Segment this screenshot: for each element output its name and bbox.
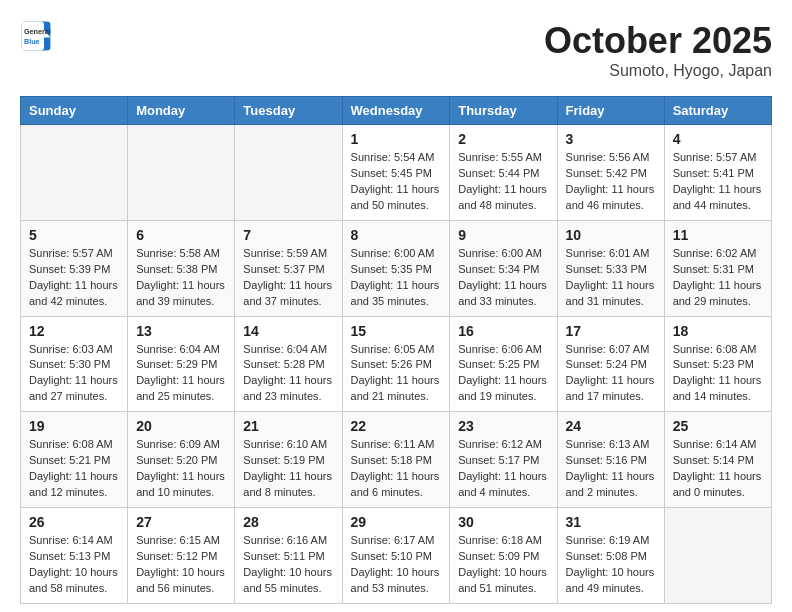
calendar-cell: 6Sunrise: 5:58 AM Sunset: 5:38 PM Daylig… xyxy=(128,220,235,316)
day-number: 17 xyxy=(566,323,656,339)
day-info: Sunrise: 6:07 AM Sunset: 5:24 PM Dayligh… xyxy=(566,342,656,406)
day-info: Sunrise: 5:59 AM Sunset: 5:37 PM Dayligh… xyxy=(243,246,333,310)
day-number: 12 xyxy=(29,323,119,339)
weekday-header-wednesday: Wednesday xyxy=(342,97,450,125)
day-info: Sunrise: 5:54 AM Sunset: 5:45 PM Dayligh… xyxy=(351,150,442,214)
day-number: 31 xyxy=(566,514,656,530)
weekday-header-monday: Monday xyxy=(128,97,235,125)
day-info: Sunrise: 5:57 AM Sunset: 5:41 PM Dayligh… xyxy=(673,150,763,214)
calendar-cell: 8Sunrise: 6:00 AM Sunset: 5:35 PM Daylig… xyxy=(342,220,450,316)
day-number: 4 xyxy=(673,131,763,147)
day-number: 21 xyxy=(243,418,333,434)
weekday-header-saturday: Saturday xyxy=(664,97,771,125)
day-number: 27 xyxy=(136,514,226,530)
day-info: Sunrise: 6:12 AM Sunset: 5:17 PM Dayligh… xyxy=(458,437,548,501)
weekday-header-tuesday: Tuesday xyxy=(235,97,342,125)
day-info: Sunrise: 6:10 AM Sunset: 5:19 PM Dayligh… xyxy=(243,437,333,501)
day-info: Sunrise: 6:13 AM Sunset: 5:16 PM Dayligh… xyxy=(566,437,656,501)
day-info: Sunrise: 6:04 AM Sunset: 5:29 PM Dayligh… xyxy=(136,342,226,406)
logo-icon: General Blue xyxy=(20,20,52,52)
day-number: 26 xyxy=(29,514,119,530)
weekday-header-friday: Friday xyxy=(557,97,664,125)
day-number: 30 xyxy=(458,514,548,530)
day-number: 7 xyxy=(243,227,333,243)
day-info: Sunrise: 6:15 AM Sunset: 5:12 PM Dayligh… xyxy=(136,533,226,597)
calendar-cell: 25Sunrise: 6:14 AM Sunset: 5:14 PM Dayli… xyxy=(664,412,771,508)
day-number: 1 xyxy=(351,131,442,147)
calendar-cell: 14Sunrise: 6:04 AM Sunset: 5:28 PM Dayli… xyxy=(235,316,342,412)
calendar-cell: 28Sunrise: 6:16 AM Sunset: 5:11 PM Dayli… xyxy=(235,508,342,604)
calendar-cell: 20Sunrise: 6:09 AM Sunset: 5:20 PM Dayli… xyxy=(128,412,235,508)
day-number: 2 xyxy=(458,131,548,147)
day-number: 14 xyxy=(243,323,333,339)
day-number: 29 xyxy=(351,514,442,530)
day-info: Sunrise: 5:58 AM Sunset: 5:38 PM Dayligh… xyxy=(136,246,226,310)
weekday-header-sunday: Sunday xyxy=(21,97,128,125)
day-info: Sunrise: 6:06 AM Sunset: 5:25 PM Dayligh… xyxy=(458,342,548,406)
calendar-week-row: 19Sunrise: 6:08 AM Sunset: 5:21 PM Dayli… xyxy=(21,412,772,508)
day-info: Sunrise: 6:03 AM Sunset: 5:30 PM Dayligh… xyxy=(29,342,119,406)
day-info: Sunrise: 6:09 AM Sunset: 5:20 PM Dayligh… xyxy=(136,437,226,501)
day-number: 25 xyxy=(673,418,763,434)
calendar-cell: 4Sunrise: 5:57 AM Sunset: 5:41 PM Daylig… xyxy=(664,125,771,221)
calendar-cell: 27Sunrise: 6:15 AM Sunset: 5:12 PM Dayli… xyxy=(128,508,235,604)
day-info: Sunrise: 5:57 AM Sunset: 5:39 PM Dayligh… xyxy=(29,246,119,310)
calendar-cell: 17Sunrise: 6:07 AM Sunset: 5:24 PM Dayli… xyxy=(557,316,664,412)
day-number: 20 xyxy=(136,418,226,434)
calendar-cell: 22Sunrise: 6:11 AM Sunset: 5:18 PM Dayli… xyxy=(342,412,450,508)
day-number: 16 xyxy=(458,323,548,339)
day-number: 15 xyxy=(351,323,442,339)
calendar-cell: 2Sunrise: 5:55 AM Sunset: 5:44 PM Daylig… xyxy=(450,125,557,221)
day-info: Sunrise: 6:04 AM Sunset: 5:28 PM Dayligh… xyxy=(243,342,333,406)
day-number: 22 xyxy=(351,418,442,434)
day-info: Sunrise: 5:56 AM Sunset: 5:42 PM Dayligh… xyxy=(566,150,656,214)
calendar-table: SundayMondayTuesdayWednesdayThursdayFrid… xyxy=(20,96,772,604)
day-info: Sunrise: 6:05 AM Sunset: 5:26 PM Dayligh… xyxy=(351,342,442,406)
day-number: 9 xyxy=(458,227,548,243)
calendar-cell: 16Sunrise: 6:06 AM Sunset: 5:25 PM Dayli… xyxy=(450,316,557,412)
calendar-cell: 24Sunrise: 6:13 AM Sunset: 5:16 PM Dayli… xyxy=(557,412,664,508)
calendar-week-row: 1Sunrise: 5:54 AM Sunset: 5:45 PM Daylig… xyxy=(21,125,772,221)
calendar-cell: 21Sunrise: 6:10 AM Sunset: 5:19 PM Dayli… xyxy=(235,412,342,508)
calendar-cell: 3Sunrise: 5:56 AM Sunset: 5:42 PM Daylig… xyxy=(557,125,664,221)
day-info: Sunrise: 6:08 AM Sunset: 5:23 PM Dayligh… xyxy=(673,342,763,406)
day-info: Sunrise: 6:00 AM Sunset: 5:35 PM Dayligh… xyxy=(351,246,442,310)
calendar-cell: 29Sunrise: 6:17 AM Sunset: 5:10 PM Dayli… xyxy=(342,508,450,604)
calendar-cell: 7Sunrise: 5:59 AM Sunset: 5:37 PM Daylig… xyxy=(235,220,342,316)
day-info: Sunrise: 6:18 AM Sunset: 5:09 PM Dayligh… xyxy=(458,533,548,597)
calendar-cell: 1Sunrise: 5:54 AM Sunset: 5:45 PM Daylig… xyxy=(342,125,450,221)
calendar-cell xyxy=(128,125,235,221)
day-info: Sunrise: 6:17 AM Sunset: 5:10 PM Dayligh… xyxy=(351,533,442,597)
day-info: Sunrise: 6:16 AM Sunset: 5:11 PM Dayligh… xyxy=(243,533,333,597)
calendar-cell: 26Sunrise: 6:14 AM Sunset: 5:13 PM Dayli… xyxy=(21,508,128,604)
page-header: General Blue October 2025 Sumoto, Hyogo,… xyxy=(20,20,772,80)
location-title: Sumoto, Hyogo, Japan xyxy=(544,62,772,80)
calendar-cell: 10Sunrise: 6:01 AM Sunset: 5:33 PM Dayli… xyxy=(557,220,664,316)
calendar-cell: 23Sunrise: 6:12 AM Sunset: 5:17 PM Dayli… xyxy=(450,412,557,508)
day-info: Sunrise: 6:14 AM Sunset: 5:14 PM Dayligh… xyxy=(673,437,763,501)
calendar-cell: 31Sunrise: 6:19 AM Sunset: 5:08 PM Dayli… xyxy=(557,508,664,604)
day-number: 3 xyxy=(566,131,656,147)
day-info: Sunrise: 6:14 AM Sunset: 5:13 PM Dayligh… xyxy=(29,533,119,597)
day-number: 5 xyxy=(29,227,119,243)
day-number: 18 xyxy=(673,323,763,339)
calendar-cell xyxy=(21,125,128,221)
day-number: 13 xyxy=(136,323,226,339)
calendar-week-row: 26Sunrise: 6:14 AM Sunset: 5:13 PM Dayli… xyxy=(21,508,772,604)
day-info: Sunrise: 6:19 AM Sunset: 5:08 PM Dayligh… xyxy=(566,533,656,597)
month-title: October 2025 xyxy=(544,20,772,62)
day-info: Sunrise: 6:08 AM Sunset: 5:21 PM Dayligh… xyxy=(29,437,119,501)
day-number: 6 xyxy=(136,227,226,243)
calendar-week-row: 12Sunrise: 6:03 AM Sunset: 5:30 PM Dayli… xyxy=(21,316,772,412)
day-number: 24 xyxy=(566,418,656,434)
day-number: 11 xyxy=(673,227,763,243)
day-info: Sunrise: 6:00 AM Sunset: 5:34 PM Dayligh… xyxy=(458,246,548,310)
title-block: October 2025 Sumoto, Hyogo, Japan xyxy=(544,20,772,80)
calendar-cell: 18Sunrise: 6:08 AM Sunset: 5:23 PM Dayli… xyxy=(664,316,771,412)
calendar-cell: 9Sunrise: 6:00 AM Sunset: 5:34 PM Daylig… xyxy=(450,220,557,316)
day-info: Sunrise: 6:11 AM Sunset: 5:18 PM Dayligh… xyxy=(351,437,442,501)
day-info: Sunrise: 6:02 AM Sunset: 5:31 PM Dayligh… xyxy=(673,246,763,310)
day-number: 23 xyxy=(458,418,548,434)
day-info: Sunrise: 6:01 AM Sunset: 5:33 PM Dayligh… xyxy=(566,246,656,310)
svg-text:General: General xyxy=(24,27,51,36)
